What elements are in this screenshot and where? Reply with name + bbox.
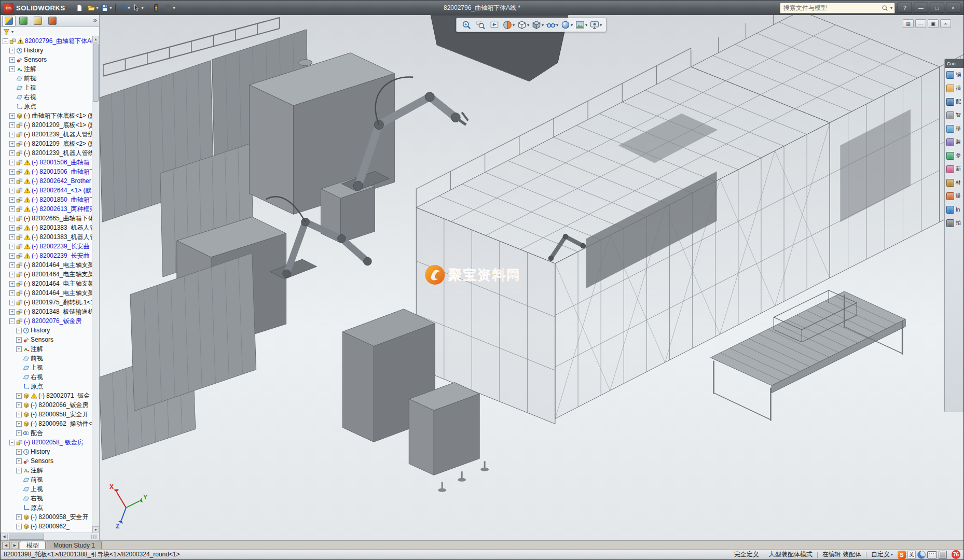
tree-expander[interactable]: + xyxy=(9,272,15,277)
tree-item[interactable]: −(-) 82002058_ 钣金房 xyxy=(1,438,92,447)
tree-expander[interactable]: + xyxy=(9,132,15,137)
tree-item[interactable]: +(-) 82001383_机器人管线 xyxy=(1,232,92,242)
maximize-button[interactable]: □ xyxy=(930,3,944,13)
tree-item[interactable]: +注解 xyxy=(1,64,92,74)
exploded-view-button[interactable]: 爆 xyxy=(945,189,963,203)
tree-item[interactable]: 右视 xyxy=(1,494,92,503)
tree-expander[interactable]: + xyxy=(16,328,22,333)
tree-item[interactable]: 上视 xyxy=(1,484,92,494)
options-button[interactable]: ▾ xyxy=(163,2,176,13)
ime-logo-icon[interactable]: S xyxy=(898,551,906,559)
tree-item[interactable]: +(-) 82000962_操动件< xyxy=(1,419,92,428)
tree-expander[interactable]: − xyxy=(9,440,15,445)
tree-item[interactable]: +注解 xyxy=(1,466,92,475)
save-button[interactable]: ▾ xyxy=(100,2,113,13)
open-button[interactable]: ▾ xyxy=(87,2,99,13)
tree-item[interactable]: 原点 xyxy=(1,382,92,391)
tree-expander[interactable]: + xyxy=(9,178,15,184)
tree-expander[interactable]: + xyxy=(9,300,15,305)
tree-item[interactable]: −82002796_曲轴箱下体A线 xyxy=(1,36,92,46)
task-pane-header[interactable]: Con xyxy=(945,59,963,68)
tree-item[interactable]: +(-) 曲轴箱下体底板<1> (默 xyxy=(1,111,92,120)
tree-expander[interactable]: + xyxy=(16,337,22,343)
undo-button[interactable]: ▾ xyxy=(118,2,131,13)
take-snapshot-button[interactable]: 拍 xyxy=(945,216,963,230)
move-component-button[interactable]: 移 xyxy=(945,122,963,135)
tree-item[interactable]: +(-) 82000962_ xyxy=(1,522,92,531)
mate-button[interactable]: 配 xyxy=(945,95,963,108)
tree-expander[interactable]: + xyxy=(16,421,22,427)
ime-fullhalf-moon-icon[interactable] xyxy=(917,551,926,559)
tree-expander[interactable]: + xyxy=(16,402,22,408)
tree-item[interactable]: +(-) 82001506_曲轴箱下 xyxy=(1,167,92,176)
tree-expander[interactable]: + xyxy=(9,206,15,212)
tree-horizontal-scrollbar[interactable]: ◀ xyxy=(1,533,99,540)
tree-item[interactable]: 右视 xyxy=(1,92,92,102)
configurationmanager-tab[interactable] xyxy=(31,16,45,26)
tree-expander[interactable]: + xyxy=(9,113,15,119)
tree-item[interactable]: +Sensors xyxy=(1,335,92,344)
tree-expander[interactable]: + xyxy=(16,393,22,399)
insert-components-button[interactable]: 插 xyxy=(945,81,963,95)
tree-item[interactable]: 上视 xyxy=(1,363,92,372)
bill-of-materials-button[interactable]: 材 xyxy=(945,176,963,189)
tree-item[interactable]: 原点 xyxy=(1,102,92,111)
tree-expander[interactable]: + xyxy=(16,524,22,529)
tree-expander[interactable]: + xyxy=(9,225,15,231)
panel-expand-button[interactable]: » xyxy=(93,16,97,24)
tree-item[interactable]: +(-) 82002613_两种框架 xyxy=(1,204,92,214)
panel-resize-grip[interactable] xyxy=(91,535,99,539)
viewport-pane-icon[interactable]: ▤ xyxy=(903,19,914,28)
tree-expander[interactable]: + xyxy=(9,169,15,175)
tree-expander[interactable]: + xyxy=(9,234,15,240)
tree-item[interactable]: +(-) 82001850_曲轴箱下 xyxy=(1,195,92,204)
tree-item[interactable]: +(-) 82002066_钣金房 xyxy=(1,400,92,410)
tree-expander[interactable]: + xyxy=(9,66,15,72)
ime-keyboard-icon[interactable] xyxy=(927,551,937,558)
propertymanager-tab[interactable] xyxy=(17,16,30,26)
tab-scroll-right-button[interactable]: ▶ xyxy=(11,542,19,549)
tree-item[interactable]: +(-) 82002239_长安曲 xyxy=(1,251,92,260)
tree-item[interactable]: −(-) 82002076_钣金房 xyxy=(1,316,92,326)
instant3d-button[interactable]: In xyxy=(945,203,963,216)
ime-language-button[interactable]: 英 xyxy=(907,551,916,559)
rebuild-button[interactable] xyxy=(150,2,162,13)
filter-dropdown-caret-icon[interactable]: ▾ xyxy=(11,30,13,34)
tree-expander[interactable]: + xyxy=(16,514,22,520)
new-motion-study-button[interactable]: 新 xyxy=(945,162,963,176)
tree-expander[interactable]: + xyxy=(9,188,15,193)
tree-item[interactable]: +(-) 82002239_长安曲 xyxy=(1,242,92,251)
tree-item[interactable]: +Sensors xyxy=(1,55,92,64)
tree-item[interactable]: +(-) 82002642_Brother xyxy=(1,176,92,186)
tree-item[interactable]: 右视 xyxy=(1,372,92,382)
help-button[interactable]: ? xyxy=(898,3,912,13)
tree-expander[interactable]: + xyxy=(16,449,22,455)
3d-viewport[interactable]: 聚宝资料网 X Y Z xyxy=(99,15,963,540)
hide-show-items-button[interactable]: ▾ xyxy=(546,19,558,31)
tree-vertical-scrollbar[interactable]: ▲ ▼ xyxy=(92,36,99,533)
edit-component-button[interactable]: 编 xyxy=(945,68,963,81)
minimize-button[interactable]: — xyxy=(914,3,928,13)
tree-item[interactable]: +(-) 82001209_底板<2> (默 xyxy=(1,139,92,148)
tree-expander[interactable]: + xyxy=(9,122,15,128)
tree-expander[interactable]: + xyxy=(9,253,15,259)
tree-expander[interactable]: + xyxy=(9,160,15,165)
zoom-fit-button[interactable] xyxy=(461,19,472,31)
document-tab-1[interactable]: Motion Study 1 xyxy=(47,541,102,550)
tree-item[interactable]: 上视 xyxy=(1,83,92,92)
tree-item[interactable]: +(-) 82001239_机器人管线 xyxy=(1,130,92,139)
tree-item[interactable]: +(-) 82000958_安全开 xyxy=(1,410,92,419)
notification-badge[interactable]: 76 xyxy=(952,550,960,559)
tree-item[interactable]: +History xyxy=(1,447,92,456)
tree-item[interactable]: +(-) 82002071_钣金 xyxy=(1,391,92,400)
ime-toolbox-icon[interactable] xyxy=(939,551,947,559)
search-icon[interactable] xyxy=(882,5,888,11)
tree-item[interactable]: +History xyxy=(1,46,92,55)
edit-appearance-button[interactable]: ▾ xyxy=(561,19,573,31)
tree-item[interactable]: +(-) 82002644_<1> (默 xyxy=(1,186,92,195)
tree-expander[interactable]: + xyxy=(9,150,15,156)
tree-item[interactable]: +(-) 82001464_电主轴支架 xyxy=(1,260,92,270)
tree-item[interactable]: +(-) 82001464_电主轴支架 xyxy=(1,279,92,288)
tree-item[interactable]: +(-) 82001975_翻转机.1<1 xyxy=(1,298,92,307)
tree-expander[interactable]: + xyxy=(16,468,22,473)
